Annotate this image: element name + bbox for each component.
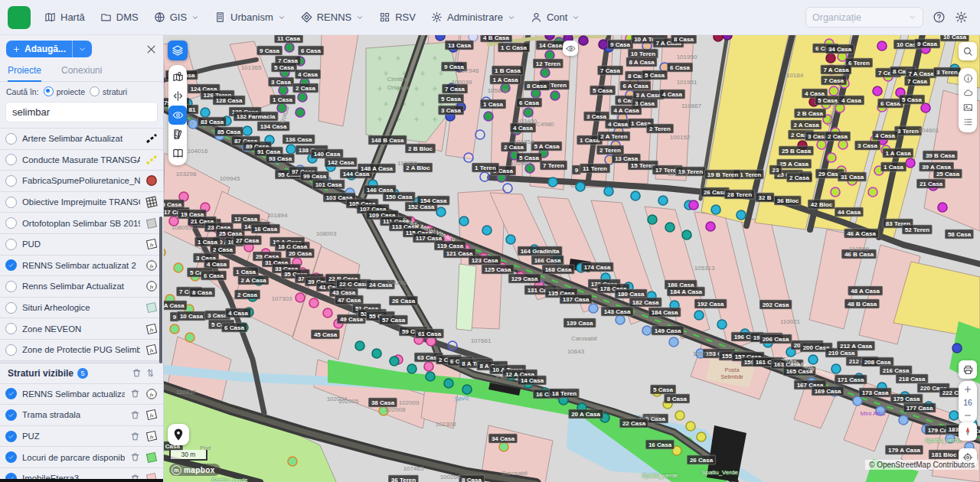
map-marker-lb[interactable] [242, 142, 251, 151]
visible-layer-row[interactable]: RENNS Selimbar actualizat 2fx [0, 384, 163, 405]
map-marker-lb[interactable] [322, 177, 332, 186]
map-marker-lg[interactable] [191, 272, 200, 281]
project-row[interactable]: Obiective Imprejmuite TRANSGAZ [0, 192, 163, 213]
map-marker-mg[interactable] [906, 158, 915, 168]
menu-item-renns[interactable]: RENNS [301, 11, 364, 23]
checkbox-checked[interactable] [5, 259, 17, 271]
checkbox-checked[interactable] [5, 388, 17, 399]
map-marker-te[interactable] [444, 379, 453, 388]
add-button-main[interactable]: Adaugă... [6, 41, 72, 57]
add-button[interactable]: Adaugă... [6, 41, 92, 57]
map-marker-te[interactable] [248, 292, 257, 301]
project-row[interactable]: Zone NEVEONfx [0, 318, 163, 340]
map-canvas[interactable]: 122 Casa124 Casa126 Teren128 Casa130 Cas… [163, 34, 980, 482]
map-marker-pk[interactable] [323, 275, 332, 285]
map-marker-mg[interactable] [896, 88, 905, 97]
map-marker-bl[interactable] [436, 34, 445, 41]
map-marker-li[interactable] [827, 153, 836, 162]
map-marker-gr[interactable] [280, 68, 289, 77]
menu-item-cont[interactable]: Cont [531, 11, 580, 23]
map-marker-pk[interactable] [424, 226, 433, 235]
map-marker-lb[interactable] [946, 434, 955, 443]
map-marker-li[interactable] [626, 34, 635, 43]
map-marker-gr[interactable] [484, 112, 493, 121]
tool-info-button[interactable] [959, 71, 977, 86]
map-marker-gr[interactable] [501, 83, 510, 93]
map-marker-bl[interactable] [456, 103, 466, 112]
map-marker-wh[interactable] [502, 39, 511, 48]
map-marker-cy[interactable] [554, 254, 563, 263]
map-marker-bl[interactable] [447, 83, 456, 93]
trash-icon[interactable] [130, 410, 140, 420]
map-marker-cy[interactable] [436, 207, 446, 217]
map-marker-mg[interactable] [938, 203, 947, 212]
map-marker-pk[interactable] [406, 217, 415, 226]
map-marker-pk[interactable] [334, 319, 343, 328]
map-marker-cy[interactable] [243, 126, 252, 135]
map-marker-pu[interactable] [599, 40, 608, 49]
visible-layer-row[interactable]: Trama stradalafx [0, 405, 163, 426]
map-search-button[interactable] [959, 42, 977, 60]
map-marker-gr[interactable] [512, 125, 521, 135]
map-marker-gr[interactable] [277, 103, 286, 112]
menu-item-administrare[interactable]: Administrare [431, 11, 515, 23]
map-marker-pk[interactable] [223, 231, 232, 240]
map-marker-lb[interactable] [807, 378, 816, 387]
map-marker-li[interactable] [838, 52, 847, 61]
map-marker-ma[interactable] [809, 97, 818, 106]
map-marker-te[interactable] [600, 413, 609, 422]
map-marker-cy[interactable] [530, 245, 539, 254]
checkbox-unchecked[interactable] [5, 154, 17, 165]
map-marker-lb[interactable] [188, 119, 198, 129]
trash-icon[interactable] [130, 432, 140, 441]
tool-ruler-button[interactable] [168, 125, 187, 144]
map-marker-te[interactable] [254, 276, 263, 285]
map-marker-te[interactable] [559, 396, 568, 405]
map-marker-cy[interactable] [413, 197, 423, 207]
map-marker-ye[interactable] [672, 446, 681, 455]
map-marker-ta[interactable] [660, 63, 669, 72]
checkbox-unchecked[interactable] [5, 239, 17, 250]
map-marker-mg[interactable] [921, 103, 930, 112]
trash-icon[interactable] [130, 452, 140, 462]
map-marker-te[interactable] [577, 403, 586, 412]
map-marker-mg[interactable] [689, 200, 698, 210]
map-marker-li[interactable] [823, 115, 832, 124]
project-row[interactable]: Renns Selimbar Actualizatfx [0, 276, 163, 298]
map-marker-pk[interactable] [214, 224, 223, 233]
map-marker-cy[interactable] [577, 263, 586, 272]
map-marker-te[interactable] [407, 364, 416, 373]
map-marker-mg[interactable] [706, 222, 715, 231]
tool-book-button[interactable] [168, 144, 187, 163]
map-marker-lg[interactable] [165, 295, 175, 304]
map-marker-cy[interactable] [877, 383, 887, 392]
map-marker-cy[interactable] [808, 355, 818, 364]
map-marker-lb[interactable] [642, 326, 652, 335]
map-marker-lb[interactable] [215, 131, 224, 140]
map-marker-cy[interactable] [763, 338, 773, 347]
map-marker-pk[interactable] [179, 192, 188, 201]
location-pin-button[interactable] [168, 424, 189, 445]
map-marker-cy[interactable] [286, 145, 296, 154]
zoom-out-button[interactable] [959, 409, 977, 422]
map-marker-ho[interactable] [503, 184, 512, 193]
reorder-layers-button[interactable] [145, 368, 155, 378]
map-marker-lb[interactable] [876, 406, 885, 415]
map-marker-cy[interactable] [711, 205, 720, 214]
map-marker-li[interactable] [835, 103, 844, 112]
map-marker-cy[interactable] [737, 210, 746, 220]
organization-select[interactable]: Organizație [805, 7, 923, 28]
map-marker-pk[interactable] [270, 256, 279, 265]
map-marker-gr[interactable] [541, 68, 550, 77]
map-marker-li[interactable] [831, 128, 840, 137]
map-marker-gr[interactable] [296, 108, 305, 117]
map-marker-pk[interactable] [534, 281, 544, 290]
map-marker-cy[interactable] [222, 116, 231, 125]
tab-proiecte[interactable]: Proiecte [8, 65, 41, 82]
map-marker-pk[interactable] [169, 217, 178, 226]
map-marker-cy[interactable] [347, 171, 356, 180]
map-marker-cy[interactable] [326, 162, 335, 171]
map-marker-gr[interactable] [550, 91, 560, 100]
map-marker-gr[interactable] [539, 148, 548, 158]
tool-legend-button[interactable] [959, 115, 977, 129]
